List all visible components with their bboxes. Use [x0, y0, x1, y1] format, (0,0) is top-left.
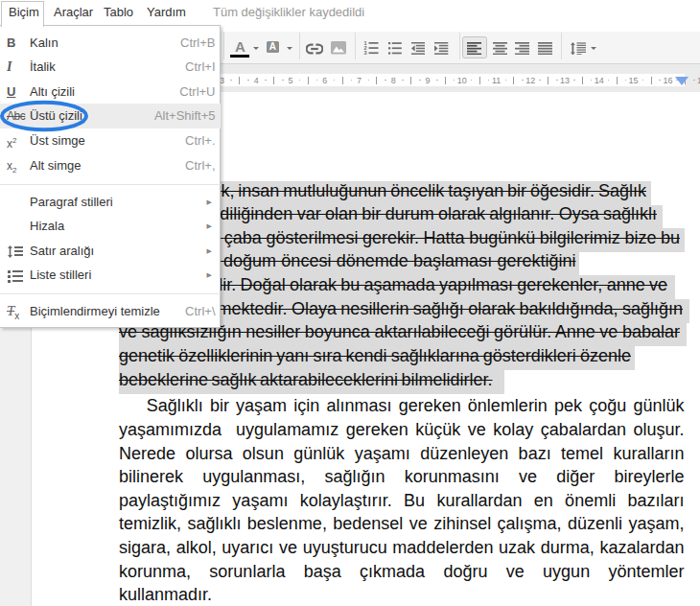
svg-text:3: 3	[364, 50, 367, 55]
